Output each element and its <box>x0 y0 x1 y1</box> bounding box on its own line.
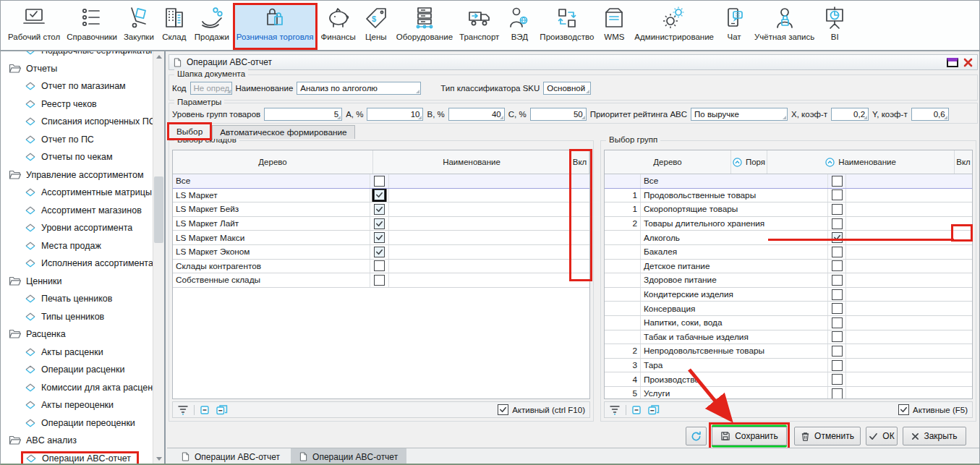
bottom-tab-1[interactable]: Операции ABC-отчет <box>173 448 289 465</box>
toolbar-item-ved[interactable]: ВЭД <box>503 3 536 50</box>
sidebar-item[interactable]: Отчет по магазинам <box>1 77 153 95</box>
table-row[interactable]: Табак и табачные изделия <box>605 330 972 345</box>
name-cell[interactable]: Собственные склады <box>173 273 370 287</box>
y-coef-input[interactable]: 0,6 <box>911 108 949 121</box>
b-input[interactable]: 40 <box>448 108 505 121</box>
sidebar-item[interactable]: Ассортиментные матрицы <box>1 184 153 202</box>
row-checkbox[interactable] <box>832 218 843 229</box>
row-checkbox[interactable] <box>832 388 843 399</box>
sidebar-item[interactable]: Списания испорченных ПС <box>1 113 153 131</box>
sidebar-item[interactable]: Акты расценки <box>1 344 153 362</box>
name-cell[interactable]: Товары длительного хранения <box>641 217 828 231</box>
table-row[interactable]: LS Маркет Макси <box>173 231 589 245</box>
active-filter-checkbox[interactable] <box>898 404 909 415</box>
sidebar-item[interactable]: Отчеты по чекам <box>1 148 153 166</box>
order-cell[interactable]: 1 <box>605 189 641 202</box>
toolbar-item-transport[interactable]: Транспорт <box>456 3 502 50</box>
refresh-button[interactable] <box>686 427 707 445</box>
toolbar-item-uchetnaya-zapis[interactable]: Учётная запись <box>751 3 817 50</box>
table-row[interactable]: Консервация <box>605 302 972 316</box>
scroll-up-arrow[interactable] <box>153 51 164 62</box>
priority-input[interactable]: По выручке <box>691 108 788 121</box>
toolbar-item-sklad[interactable]: Склад <box>158 3 191 50</box>
col-header-incl[interactable]: Вкл <box>955 150 973 174</box>
name-cell[interactable]: Тара <box>641 359 828 372</box>
scroll-thumb[interactable] <box>154 176 163 243</box>
col-header-order[interactable]: Поря <box>731 150 767 174</box>
close-button[interactable]: Закрыть <box>903 427 966 445</box>
sidebar-item[interactable]: Ценники <box>1 273 153 291</box>
table-row[interactable]: Детское питание <box>605 260 972 274</box>
active-filter-checkbox[interactable] <box>498 404 508 415</box>
name-cell[interactable]: Напитки, соки, вода <box>641 316 828 330</box>
table-row[interactable]: LS Маркет Эконом <box>173 245 589 260</box>
ok-button[interactable]: ОК <box>866 427 898 445</box>
sidebar-item[interactable]: Уровни ассортимента <box>1 219 153 237</box>
table-row[interactable]: Напитки, соки, вода <box>605 316 972 330</box>
order-cell[interactable] <box>605 174 641 188</box>
bottom-tab-2[interactable]: Операции ABC-отчет <box>291 448 406 465</box>
c-input[interactable]: 50 <box>530 108 587 121</box>
collapse-all-icon[interactable] <box>200 404 210 415</box>
table-row[interactable]: Кондитерские изделия <box>605 288 972 302</box>
toolbar-item-roznichnaya-torgovlya[interactable]: Розничная торговля <box>233 3 318 50</box>
toolbar-item-bi[interactable]: BI <box>818 3 851 50</box>
sidebar-scrollbar[interactable] <box>153 51 164 464</box>
sidebar-item[interactable]: Реестр чеков <box>1 95 153 114</box>
col-header-incl[interactable]: Вкл <box>571 150 589 174</box>
expand-all-icon[interactable] <box>647 404 660 415</box>
sort-ascending-icon[interactable] <box>825 158 835 167</box>
sidebar-item[interactable]: Операции ABC-отчет <box>1 450 153 465</box>
name-cell[interactable]: Производство <box>641 372 828 386</box>
col-header-tree[interactable]: Дерево <box>173 150 373 174</box>
row-checkbox[interactable] <box>374 275 385 286</box>
name-cell[interactable]: Табак и табачные изделия <box>641 330 828 344</box>
table-row[interactable]: 5Услуги <box>605 387 972 399</box>
toolbar-item-tseny[interactable]: $Цены <box>359 3 393 50</box>
table-row[interactable]: Здоровое питание <box>605 273 972 288</box>
sidebar-item[interactable]: Отчеты <box>1 60 153 78</box>
table-row[interactable]: 2Товары длительного хранения <box>605 217 972 231</box>
table-row[interactable]: LS Маркет Лайт <box>173 217 589 231</box>
col-header-name[interactable]: Наименование <box>767 150 955 174</box>
name-cell[interactable]: Кондитерские изделия <box>641 288 828 302</box>
sidebar-item[interactable]: Типы ценников <box>1 308 153 326</box>
table-row[interactable]: LS Маркет Бейз <box>173 202 589 217</box>
name-cell[interactable]: LS Маркет Эконом <box>173 245 370 259</box>
row-checkbox[interactable] <box>374 232 385 243</box>
code-input[interactable]: Не опред... <box>190 82 232 95</box>
col-header-name[interactable]: Наименование <box>373 150 571 174</box>
row-checkbox[interactable] <box>374 260 385 271</box>
scroll-down-arrow[interactable] <box>153 453 164 464</box>
toolbar-item-oborudovanie[interactable]: Оборудование <box>393 3 456 50</box>
row-checkbox[interactable] <box>832 303 843 314</box>
sidebar-item[interactable]: Комиссии для акта расценки <box>1 379 153 397</box>
row-checkbox[interactable] <box>832 204 843 215</box>
collapse-all-icon[interactable] <box>631 404 642 415</box>
filter-icon[interactable] <box>177 404 189 415</box>
x-coef-input[interactable]: 0,2 <box>831 108 869 121</box>
order-cell[interactable] <box>605 273 641 287</box>
name-cell[interactable]: Скоропортящие товары <box>641 202 828 216</box>
name-cell[interactable]: Бакалея <box>641 245 828 259</box>
order-cell[interactable] <box>605 330 641 344</box>
row-checkbox[interactable] <box>832 260 843 271</box>
row-checkbox[interactable] <box>374 247 385 257</box>
maximize-icon[interactable] <box>947 58 958 67</box>
table-row[interactable]: Все <box>605 174 972 189</box>
table-row[interactable]: 4Производство <box>605 372 972 387</box>
name-cell[interactable]: Консервация <box>641 302 828 315</box>
level-input[interactable]: 5 <box>264 108 342 121</box>
toolbar-item-chat[interactable]: Чат <box>717 3 751 50</box>
order-cell[interactable]: 5 <box>605 387 641 399</box>
sidebar-item[interactable]: Подарочные сертификаты <box>1 51 153 60</box>
sidebar-item[interactable]: ABC анализ <box>1 432 153 450</box>
table-row[interactable]: Все <box>173 174 589 189</box>
name-cell[interactable]: Продовольственные товары <box>641 189 828 202</box>
sidebar-item[interactable]: Ассортимент магазинов <box>1 202 153 220</box>
toolbar-item-administrirovanie[interactable]: Администрирование <box>631 3 717 50</box>
row-checkbox[interactable] <box>832 189 843 200</box>
table-row[interactable]: 1Продовольственные товары <box>605 189 972 203</box>
name-cell[interactable]: Услуги <box>641 387 828 399</box>
row-checkbox[interactable] <box>832 374 843 385</box>
